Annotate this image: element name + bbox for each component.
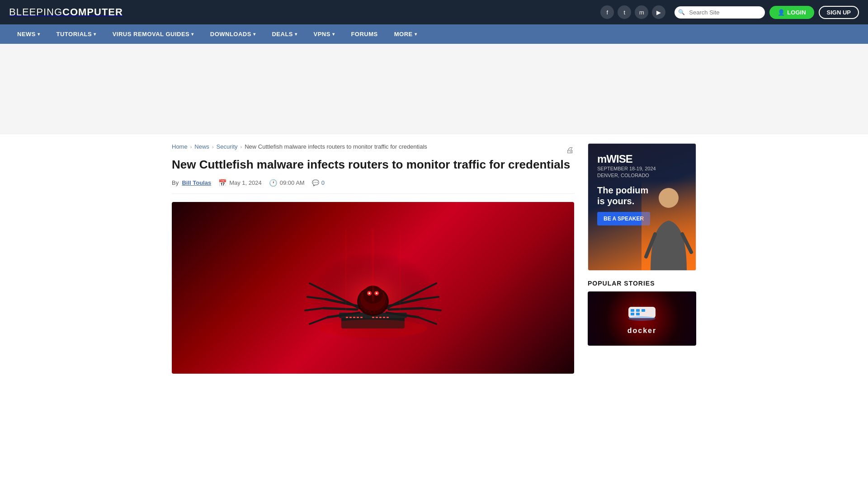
breadcrumb-row: Home › News › Security › New Cuttlefish … xyxy=(172,143,574,157)
breadcrumb-current: New Cuttlefish malware infects routers t… xyxy=(245,143,427,150)
search-input[interactable] xyxy=(675,6,765,19)
breadcrumb-sep-3: › xyxy=(241,144,242,150)
ad-banner xyxy=(0,44,868,134)
breadcrumb: Home › News › Security › New Cuttlefish … xyxy=(172,143,427,150)
article-hero-image xyxy=(172,202,574,374)
header-actions: f t m ▶ 👤 LOGIN SIGN UP xyxy=(600,5,859,19)
svg-rect-11 xyxy=(383,317,385,318)
virus-caret: ▾ xyxy=(191,32,194,37)
article-comments[interactable]: 💬 0 xyxy=(312,179,325,186)
svg-point-37 xyxy=(319,319,427,338)
svg-point-41 xyxy=(659,188,679,208)
more-caret: ▾ xyxy=(415,32,417,37)
svg-line-17 xyxy=(323,308,357,310)
mwise-date: SEPTEMBER 18-19, 2024 DENVER, COLORADO xyxy=(597,165,687,179)
popular-stories-title: POPULAR STORIES xyxy=(588,280,696,287)
mwise-logo: mWISE xyxy=(597,153,687,165)
news-caret: ▾ xyxy=(38,32,40,37)
svg-rect-44 xyxy=(636,309,640,312)
popular-stories-section: POPULAR STORIES docker xyxy=(588,280,696,346)
article-title: New Cuttlefish malware infects routers t… xyxy=(172,157,574,173)
site-header: BLEEPINGCOMPUTER f t m ▶ 👤 LOGIN SIGN UP xyxy=(0,0,868,24)
clock-icon: 🕐 xyxy=(269,179,278,187)
nav-tutorials[interactable]: TUTORIALS ▾ xyxy=(48,24,104,44)
svg-rect-46 xyxy=(631,313,634,315)
sidebar-ad: mWISE SEPTEMBER 18-19, 2024 DENVER, COLO… xyxy=(588,143,696,271)
docker-text: docker xyxy=(627,327,656,335)
comment-icon: 💬 xyxy=(312,179,319,186)
svg-rect-12 xyxy=(387,317,389,318)
svg-rect-6 xyxy=(357,317,359,318)
nav-more[interactable]: MORE ▾ xyxy=(386,24,425,44)
svg-rect-8 xyxy=(372,317,374,318)
user-icon: 👤 xyxy=(778,9,785,16)
person-svg xyxy=(642,180,696,270)
svg-rect-47 xyxy=(636,313,640,315)
content-area: Home › News › Security › New Cuttlefish … xyxy=(172,143,574,374)
breadcrumb-sep-1: › xyxy=(190,144,192,150)
svg-rect-4 xyxy=(349,317,352,318)
article-time: 🕐 09:00 AM xyxy=(269,179,305,187)
article-meta: By Bill Toulas 📅 May 1, 2024 🕐 09:00 AM … xyxy=(172,179,574,194)
nav-news[interactable]: NEWS ▾ xyxy=(9,24,48,44)
ad-inner: mWISE SEPTEMBER 18-19, 2024 DENVER, COLO… xyxy=(588,144,696,270)
breadcrumb-security[interactable]: Security xyxy=(217,143,238,150)
docker-logo: docker xyxy=(626,302,658,335)
ad-person-image xyxy=(642,180,696,270)
svg-rect-45 xyxy=(642,309,645,312)
downloads-caret: ▾ xyxy=(253,32,256,37)
nav-virus-removal[interactable]: VIRUS REMOVAL GUIDES ▾ xyxy=(104,24,202,44)
svg-rect-3 xyxy=(346,317,348,318)
svg-line-25 xyxy=(389,308,423,310)
svg-rect-9 xyxy=(376,317,378,318)
popular-story-thumb[interactable]: docker xyxy=(588,291,696,346)
calendar-icon: 📅 xyxy=(218,179,227,187)
main-nav: NEWS ▾ TUTORIALS ▾ VIRUS REMOVAL GUIDES … xyxy=(0,24,868,44)
svg-rect-10 xyxy=(379,317,382,318)
logo-bold: COMPUTER xyxy=(62,6,123,18)
tutorials-caret: ▾ xyxy=(94,32,96,37)
youtube-icon[interactable]: ▶ xyxy=(652,5,665,19)
svg-point-36 xyxy=(376,292,377,294)
svg-rect-7 xyxy=(360,317,363,318)
author-prefix: By Bill Toulas xyxy=(172,179,211,186)
site-logo[interactable]: BLEEPINGCOMPUTER xyxy=(9,6,123,18)
deals-caret: ▾ xyxy=(295,32,297,37)
nav-vpns[interactable]: VPNS ▾ xyxy=(306,24,343,44)
breadcrumb-sep-2: › xyxy=(212,144,214,150)
docker-svg xyxy=(626,302,658,325)
author-link[interactable]: Bill Toulas xyxy=(182,179,211,186)
main-container: Home › News › Security › New Cuttlefish … xyxy=(163,134,705,383)
nav-deals[interactable]: DEALS ▾ xyxy=(264,24,305,44)
svg-rect-5 xyxy=(353,317,355,318)
nav-downloads[interactable]: DOWNLOADS ▾ xyxy=(202,24,264,44)
svg-rect-43 xyxy=(631,309,634,312)
article-date: 📅 May 1, 2024 xyxy=(218,179,262,187)
breadcrumb-news[interactable]: News xyxy=(194,143,209,150)
svg-point-35 xyxy=(368,292,370,294)
mastodon-icon[interactable]: m xyxy=(635,5,648,19)
login-button[interactable]: 👤 LOGIN xyxy=(769,6,814,19)
spider-svg xyxy=(301,229,445,347)
signup-button[interactable]: SIGN UP xyxy=(819,6,859,19)
social-icons: f t m ▶ xyxy=(600,5,665,19)
svg-point-48 xyxy=(628,316,656,321)
facebook-icon[interactable]: f xyxy=(600,5,614,19)
breadcrumb-home[interactable]: Home xyxy=(172,143,188,150)
logo-light: BLEEPING xyxy=(9,6,62,18)
nav-forums[interactable]: FORUMS xyxy=(343,24,386,44)
twitter-icon[interactable]: t xyxy=(618,5,631,19)
vpns-caret: ▾ xyxy=(332,32,335,37)
sidebar: mWISE SEPTEMBER 18-19, 2024 DENVER, COLO… xyxy=(588,143,696,374)
search-wrapper xyxy=(675,6,765,19)
print-icon[interactable]: 🖨 xyxy=(566,145,574,155)
